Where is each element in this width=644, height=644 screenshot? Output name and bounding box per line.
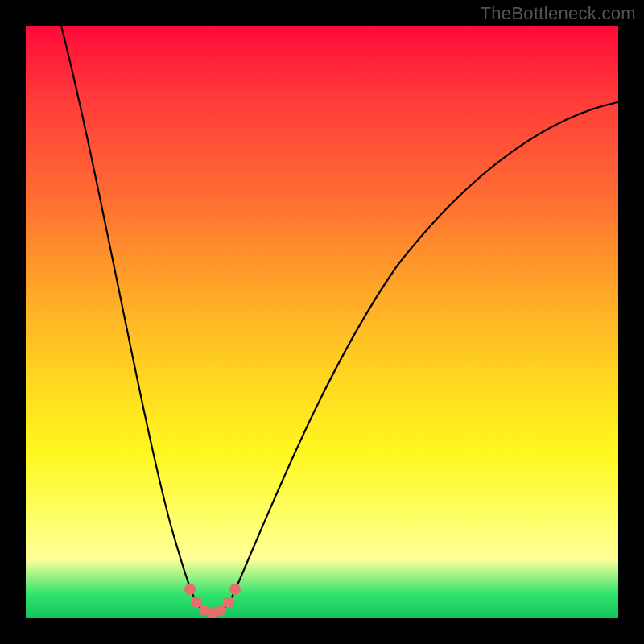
marker-dot <box>215 605 226 616</box>
bottleneck-curve <box>26 26 618 618</box>
plot-area <box>26 26 618 618</box>
marker-dot <box>229 584 241 595</box>
marker-dot <box>223 597 234 608</box>
chart-frame: TheBottleneck.com <box>0 0 644 644</box>
marker-dot <box>184 584 196 595</box>
marker-dot <box>191 597 202 608</box>
watermark-text: TheBottleneck.com <box>481 3 636 24</box>
critical-zone-markers <box>184 584 241 618</box>
curve-right-branch <box>233 102 618 594</box>
curve-left-branch <box>61 26 193 596</box>
